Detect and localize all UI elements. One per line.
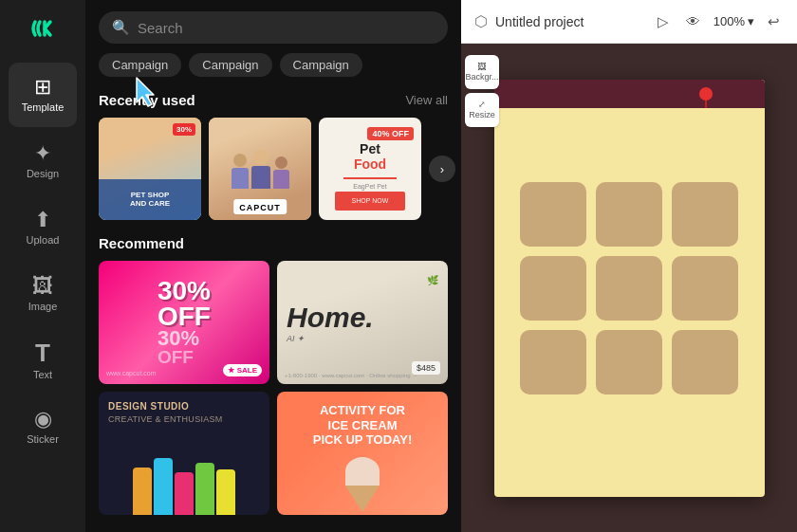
canvas-top-dark [494, 80, 765, 108]
text-icon: T [35, 340, 50, 365]
zoom-dropdown-icon: ▾ [748, 14, 754, 28]
sidebar-item-template-label: Template [22, 101, 65, 113]
icecream-text: ACTIVITY FORICE CREAMPICK UP TODAY! [313, 403, 413, 448]
sidebar-item-upload-label: Upload [27, 234, 60, 246]
sidebar-item-upload[interactable]: ⬆ Upload [9, 195, 77, 260]
recommend-thumb-icecream[interactable]: ACTIVITY FORICE CREAMPICK UP TODAY! [277, 392, 448, 515]
pin-needle [705, 101, 707, 108]
app-logo[interactable] [22, 8, 64, 49]
studio-line1: DESIGN STUDIO [108, 401, 223, 412]
template-thumb-capcut[interactable]: CAPCUT [209, 118, 311, 220]
sidebar-item-design-label: Design [27, 168, 59, 179]
search-icon: 🔍 [112, 19, 130, 36]
topbar-right: ▷ 👁 100% ▾ ↩ [654, 9, 784, 34]
project-title-container: ⬡ Untitled project [474, 12, 584, 30]
sidebar-item-sticker[interactable]: ◉ Sticker [9, 394, 77, 459]
shelf-cell-3-2 [596, 330, 662, 394]
shelf-row-1 [520, 182, 738, 247]
shelf-row-2 [520, 256, 738, 321]
template-panel: 🔍 Campaign Campaign Campaign Recently us… [85, 0, 461, 532]
category-pill-2[interactable]: Campaign [280, 53, 362, 77]
search-bar[interactable]: 🔍 [99, 11, 448, 44]
sidebar-item-image-label: Image [28, 301, 58, 312]
food-title: Pet Food [354, 142, 386, 172]
background-tool-button[interactable]: 🖼Backgr... [465, 55, 499, 89]
recommend-thumb-home[interactable]: 🌿 Home. AI ✦ $485 +1-800-1900 · www.capc… [277, 261, 448, 384]
sidebar-item-template[interactable]: ⊞ Template [9, 63, 77, 127]
zoom-level: 100% [714, 14, 745, 28]
studio-line2: CREATIVE & ENTHUSIASM [108, 414, 223, 424]
shelf-cell-3-3 [672, 330, 738, 394]
design-icon: ✦ [34, 143, 51, 164]
untitled-icon: ⬡ [474, 12, 488, 30]
shelf-cell-2-3 [672, 256, 738, 321]
sidebar-item-text-label: Text [33, 369, 52, 380]
sidebar-item-sticker-label: Sticker [27, 433, 59, 445]
view-all-button[interactable]: View all [405, 93, 448, 107]
30off-main-text: 30%OFF [158, 279, 211, 329]
next-arrow-button[interactable]: › [429, 156, 455, 182]
undo-button[interactable]: ↩ [764, 9, 784, 34]
recommend-thumb-studio[interactable]: DESIGN STUDIO CREATIVE & ENTHUSIASM [99, 392, 269, 515]
category-pills: Campaign Campaign Campaign [85, 53, 461, 86]
shelf-row-3 [520, 330, 738, 394]
red-pin [699, 87, 713, 106]
shelf-cell-1-3 [672, 182, 738, 247]
shelf-cell-1-2 [596, 182, 662, 247]
category-pill-0[interactable]: Campaign [99, 53, 181, 77]
template-thumb-pet-food[interactable]: 40% OFF Pet Food EagPet Pet SHOP NOW [319, 118, 421, 220]
canvas [494, 80, 765, 497]
svg-rect-0 [26, 11, 60, 46]
sidebar: ⊞ Template ✦ Design ⬆ Upload 🖼 Image T T… [0, 0, 85, 532]
recommend-title: Recommend [99, 235, 184, 251]
sidebar-item-design[interactable]: ✦ Design [9, 129, 77, 193]
sidebar-item-text[interactable]: T Text [9, 328, 77, 393]
shelf-cell-3-1 [520, 330, 586, 394]
upload-icon: ⬆ [34, 210, 51, 230]
pin-head [699, 87, 713, 101]
zoom-control[interactable]: 100% ▾ [714, 14, 754, 28]
recently-used-title: Recently used [99, 92, 195, 108]
resize-tool-button[interactable]: ⤢Resize [465, 93, 499, 127]
recommend-thumb-30off[interactable]: 30%OFF 30% OFF ★ SALE www.capcut.com [99, 261, 269, 384]
play-button[interactable]: ▷ [654, 9, 673, 34]
sidebar-item-image[interactable]: 🖼 Image [9, 262, 77, 326]
editor-area: ⬡ Untitled project ▷ 👁 100% ▾ ↩ 🖼Backgr.… [461, 0, 797, 532]
template-thumb-pet-shop[interactable]: PET SHOPAND CARE 30% [99, 118, 201, 220]
category-pill-1[interactable]: Campaign [189, 53, 271, 77]
home-title-text: Home. [287, 302, 374, 334]
search-input[interactable] [138, 20, 435, 36]
sticker-icon: ◉ [34, 409, 52, 430]
recommend-grid: 30%OFF 30% OFF ★ SALE www.capcut.com 🌿 H… [99, 261, 448, 515]
image-icon: 🖼 [32, 276, 53, 297]
food-discount-badge: 40% OFF [367, 127, 414, 140]
preview-button[interactable]: 👁 [682, 9, 704, 33]
template-icon: ⊞ [34, 77, 51, 98]
resize-tool-label: ⤢Resize [469, 100, 495, 120]
recommend-section-header: Recommend [99, 235, 448, 251]
shelf-cell-1-1 [520, 182, 586, 247]
project-title: Untitled project [495, 14, 584, 29]
shelf-cell-2-1 [520, 256, 586, 321]
shelf-grid [494, 80, 765, 497]
canvas-container [461, 44, 797, 532]
shelf-cell-2-2 [596, 256, 662, 321]
editor-topbar: ⬡ Untitled project ▷ 👁 100% ▾ ↩ [461, 0, 797, 44]
background-tool-label: 🖼Backgr... [465, 62, 498, 83]
recently-used-row: PET SHOPAND CARE 30% [99, 118, 448, 220]
panel-content: Recently used View all PET SHOPAND CARE … [85, 86, 461, 532]
recently-used-section-header: Recently used View all [99, 92, 448, 108]
